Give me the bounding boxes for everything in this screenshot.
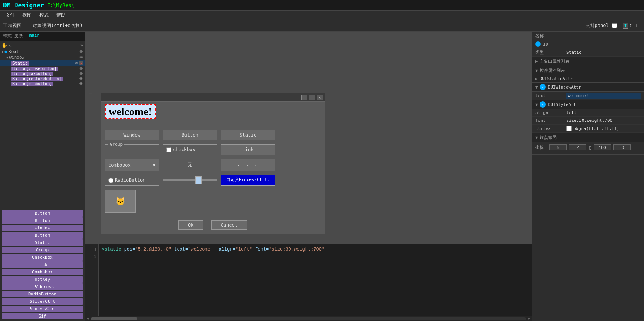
prop-text-value[interactable]: welcome! (566, 93, 641, 99)
tree-node-closebutton[interactable]: Button[closebutton] 👁 (0, 66, 85, 71)
dui-style-attr-header[interactable]: ▼ ✓ DUIStyleAttr (532, 100, 644, 109)
cancel-button[interactable]: Cancel (211, 220, 247, 230)
eye-max[interactable]: 👁 (79, 72, 83, 76)
center-area: ✛ _ □ ✕ welcome! (85, 32, 532, 321)
widget-gif: 🐱 (105, 190, 136, 213)
slider-thumb[interactable] (195, 176, 202, 184)
prop-clrtext-label: clrtext (535, 126, 566, 131)
widget-button[interactable]: Button (163, 130, 217, 140)
coord-x[interactable] (549, 144, 567, 150)
tree-node-restorebutton[interactable]: Button[restorebutton] 👁 (0, 76, 85, 81)
widget-combo[interactable]: combobox ▼ (105, 159, 159, 171)
color-swatch[interactable] (566, 126, 572, 131)
scroll-track[interactable] (91, 317, 526, 320)
minimize-btn[interactable]: _ (301, 95, 307, 100)
ok-button[interactable]: Ok (178, 220, 203, 230)
prop-clrtext-row: clrtext pbgra(ff,ff,ff,ff) (532, 125, 644, 133)
widget-link[interactable]: Link (221, 144, 275, 155)
radio-input[interactable] (108, 178, 113, 183)
widget-slider[interactable] (163, 175, 217, 186)
check-mark-2: ✓ (542, 102, 544, 107)
comp-processctrl[interactable]: ProcessCtrl (2, 306, 83, 312)
prop-font-label: font (535, 118, 566, 123)
right-panel: 名称 ID 类型 Static ▶ 主窗口属性列表 ▼ 控件属性列表 (532, 32, 644, 321)
tab-skin[interactable]: 样式-皮肤 (0, 32, 26, 41)
prop-id-row: ID (532, 40, 644, 48)
comp-gif[interactable]: Gif (2, 313, 83, 319)
main-window-props: ▶ 主窗口属性列表 (532, 57, 644, 66)
pointer-icon[interactable]: ↖ (9, 43, 12, 48)
comp-link[interactable]: Link (2, 261, 83, 268)
comp-radiobutton[interactable]: RadioButton (2, 291, 83, 297)
dui-static-attr-header[interactable]: ▶ DUIStaticAttr (532, 75, 644, 83)
comp-combobox[interactable]: Combobox (2, 269, 83, 275)
expand-icon[interactable]: » (80, 43, 83, 48)
anchor-layout: ▼ 锚点布局 坐标 @ (532, 133, 644, 155)
comp-button-2[interactable]: Button (2, 217, 83, 224)
tree-node-minbutton[interactable]: Button[minbutton] 👁 (0, 81, 85, 86)
toolbar-middle-label: 对象视图(ctrl+q切换) (32, 22, 83, 29)
comp-button-3[interactable]: Button (2, 232, 83, 239)
main-window-title: 主窗口属性列表 (540, 58, 569, 64)
dui-window-attr-header[interactable]: ▼ ✓ DUIWindowAttr (532, 83, 644, 92)
comp-button-1[interactable]: Button (2, 210, 83, 217)
eye-restore[interactable]: 👁 (79, 77, 83, 81)
control-props-header[interactable]: ▼ 控件属性列表 (532, 66, 644, 75)
check-mark: ✓ (542, 85, 544, 89)
widget-radio[interactable]: RadioButton (105, 175, 159, 186)
tree-node-static[interactable]: Static 👁 ✕ (0, 60, 85, 66)
close-btn[interactable]: ✕ (317, 95, 323, 100)
eye-window[interactable]: 👁 (79, 55, 83, 60)
dui-window-toggle[interactable]: ✓ (540, 84, 546, 90)
comp-checkbox[interactable]: CheckBox (2, 254, 83, 261)
comp-group[interactable]: Group (2, 247, 83, 253)
slider-track[interactable] (163, 179, 217, 181)
comp-window[interactable]: window (2, 225, 83, 231)
comp-sliderctrl[interactable]: SliderCtrl (2, 298, 83, 305)
prop-text-label: text (535, 93, 566, 98)
panel-checkbox[interactable] (612, 23, 617, 28)
checkbox-input[interactable] (166, 147, 171, 152)
comp-ipaddress[interactable]: IPAddress (2, 283, 83, 290)
prop-font-value: size:30,weight:700 (566, 118, 641, 123)
eye-close[interactable]: 👁 (79, 67, 83, 71)
menu-help[interactable]: 帮助 (53, 11, 70, 19)
scroll-thumb[interactable] (91, 317, 137, 320)
tree-node-window[interactable]: ▼ window 👁 (0, 55, 85, 60)
eye-root[interactable]: 👁 (79, 50, 83, 54)
code-scrollbar[interactable]: ◀ ▶ (85, 316, 532, 321)
dialog-title-bar: _ □ ✕ (101, 93, 325, 102)
menu-file[interactable]: 文件 (2, 11, 19, 19)
app-name: DM Designer (3, 2, 44, 9)
menu-mode[interactable]: 模式 (36, 11, 53, 19)
anchor-coords: 坐标 @ (532, 142, 644, 154)
move-handle[interactable]: ✛ (89, 90, 93, 97)
widget-checkbox[interactable]: checkbox (163, 144, 217, 155)
widget-window[interactable]: Window (105, 130, 159, 140)
coord-h[interactable] (613, 144, 631, 150)
coord-y[interactable] (569, 144, 586, 150)
eye-min[interactable]: 👁 (79, 82, 83, 86)
toolbar-left-label: 工程视图 (3, 22, 22, 29)
comp-static[interactable]: Static (2, 239, 83, 246)
menu-view[interactable]: 视图 (19, 11, 36, 19)
anchor-layout-header[interactable]: ▼ 锚点布局 (532, 133, 644, 142)
prop-type-value: Static (566, 50, 641, 55)
tab-main[interactable]: main (26, 32, 43, 41)
comp-hotkey[interactable]: HotKey (2, 276, 83, 283)
code-text-area[interactable]: <static pos="5,2,@180,-0" text="welcome!… (99, 244, 532, 316)
coord-w[interactable] (594, 144, 611, 150)
tree-node-maxbutton[interactable]: Button[maxbutton] 👁 (0, 71, 85, 76)
welcome-text[interactable]: welcome! (105, 104, 156, 119)
prop-align-row: align left (532, 109, 644, 117)
main-layout: 样式-皮肤 main ✋ ↖ » ▼ ● Root 👁 ▼ (0, 32, 644, 321)
maximize-btn[interactable]: □ (309, 95, 315, 100)
main-window-props-header[interactable]: ▶ 主窗口属性列表 (532, 57, 644, 66)
coord-label: 坐标 (535, 145, 547, 150)
hand-icon[interactable]: ✋ (2, 43, 7, 48)
tree-node-root[interactable]: ▼ ● Root 👁 (0, 49, 85, 55)
dui-style-toggle[interactable]: ✓ (540, 101, 546, 108)
eye-static[interactable]: 👁 ✕ (75, 61, 83, 65)
anchor-row: 坐标 @ (535, 144, 641, 150)
menu-bar: 文件 视图 模式 帮助 (0, 11, 644, 20)
